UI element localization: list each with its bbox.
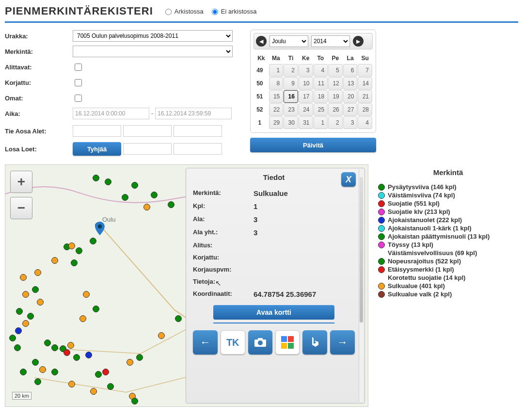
cal-day[interactable]: 28 [358,103,372,116]
map-marker[interactable] [122,194,128,201]
map-panel[interactable]: + − Oulu 20 km Tiedot X Merkintä:Sulkual… [5,164,368,407]
cal-day[interactable]: 31 [299,116,313,129]
cal-day[interactable]: 17 [299,90,313,103]
cal-day[interactable]: 1 [269,64,284,77]
map-marker[interactable] [85,352,92,358]
tyhjaa-button[interactable]: Tyhjää [73,142,121,156]
cal-day[interactable]: 19 [328,90,343,103]
not-archived-radio[interactable] [212,9,218,15]
cal-day[interactable]: 8 [269,77,284,90]
cal-day[interactable]: 6 [343,64,358,77]
map-marker[interactable] [151,192,158,198]
zoom-in-button[interactable]: + [10,171,32,193]
map-marker[interactable] [15,327,22,334]
map-marker[interactable] [63,349,70,356]
map-marker[interactable] [20,369,27,375]
urakka-select[interactable]: 7005 Oulun palvelusopimus 2008-2011 [73,30,233,42]
cal-day[interactable]: 4 [358,116,372,129]
tie-input-3[interactable] [174,125,222,137]
aika-to-input[interactable] [155,108,232,119]
cal-day[interactable]: 7 [358,64,372,77]
map-marker[interactable] [44,339,51,346]
not-archived-radio-label[interactable]: Ei arkistossa [209,7,257,15]
close-icon[interactable]: X [341,172,356,187]
cal-day[interactable]: 18 [314,90,328,103]
cal-prev-icon[interactable]: ◀ [256,36,267,47]
cal-day[interactable]: 25 [314,103,328,116]
merkinta-select[interactable] [73,46,233,57]
map-marker[interactable] [9,335,16,341]
map-marker[interactable] [22,291,29,298]
map-marker[interactable] [20,274,27,281]
map-marker[interactable] [51,369,58,375]
map-marker[interactable] [90,388,97,395]
cal-day[interactable]: 13 [343,77,358,90]
map-marker[interactable] [93,306,99,312]
cal-day[interactable]: 20 [343,90,358,103]
map-marker[interactable] [95,371,102,378]
cal-day[interactable]: 2 [328,116,343,129]
tie-input-1[interactable] [73,125,121,137]
map-marker[interactable] [131,182,138,189]
cal-day[interactable]: 5 [328,64,343,77]
map-marker[interactable] [22,320,29,327]
map-marker[interactable] [68,242,75,249]
cal-day[interactable]: 24 [299,103,313,116]
cal-day[interactable]: 14 [358,77,372,90]
map-marker[interactable] [127,359,133,366]
map-marker[interactable] [79,315,86,322]
map-marker[interactable] [34,378,41,385]
map-marker[interactable] [51,257,58,264]
archived-radio-label[interactable]: Arkistossa [163,7,204,15]
map-marker[interactable] [143,204,150,210]
map-marker[interactable] [34,269,41,276]
map-marker[interactable] [68,381,75,388]
cal-day[interactable]: 10 [299,77,313,90]
cal-day[interactable]: 3 [343,116,358,129]
map-marker[interactable] [32,359,39,366]
bing-icon[interactable] [302,330,327,355]
map-marker[interactable] [107,383,114,390]
map-marker[interactable] [16,308,23,315]
cal-day[interactable]: 30 [284,116,298,129]
aika-from-input[interactable] [73,108,149,119]
map-marker[interactable] [51,344,58,351]
alittavat-checkbox[interactable] [75,64,82,71]
cal-day[interactable]: 2 [284,64,298,77]
archived-radio[interactable] [165,9,172,15]
map-marker[interactable] [105,178,111,185]
cal-day[interactable]: 16 [284,90,298,103]
map-marker[interactable] [37,299,44,306]
cal-month-select[interactable]: Joulu [269,35,308,47]
omat-checkbox[interactable] [75,95,82,102]
cal-day[interactable]: 29 [269,116,284,129]
map-marker[interactable] [168,201,174,208]
map-marker[interactable] [131,398,138,404]
map-marker[interactable] [67,342,74,349]
map-marker[interactable] [102,369,109,375]
map-marker[interactable] [32,286,39,293]
map-marker[interactable] [175,315,182,322]
map-pin-icon[interactable] [95,222,105,235]
map-marker[interactable] [90,238,96,244]
map-marker[interactable] [158,332,165,339]
cal-year-select[interactable]: 2014 [311,35,350,47]
map-marker[interactable] [14,344,21,351]
cal-day[interactable]: 26 [328,103,343,116]
cal-day[interactable]: 15 [269,90,284,103]
cal-next-icon[interactable]: ▶ [353,36,364,47]
zoom-out-button[interactable]: − [10,197,32,219]
scrollbar[interactable] [359,169,364,402]
camera-icon[interactable] [248,330,273,355]
map-marker[interactable] [93,175,99,181]
korjattu-checkbox[interactable] [75,79,82,86]
cal-day[interactable]: 21 [358,90,372,103]
map-marker[interactable] [76,247,82,254]
cal-day[interactable]: 27 [343,103,358,116]
cal-day[interactable]: 11 [314,77,328,90]
cal-day[interactable]: 12 [328,77,343,90]
map-marker[interactable] [39,366,46,373]
google-icon[interactable] [275,330,300,355]
map-marker[interactable] [73,354,80,361]
paivita-button[interactable]: Päivitä [250,138,376,152]
